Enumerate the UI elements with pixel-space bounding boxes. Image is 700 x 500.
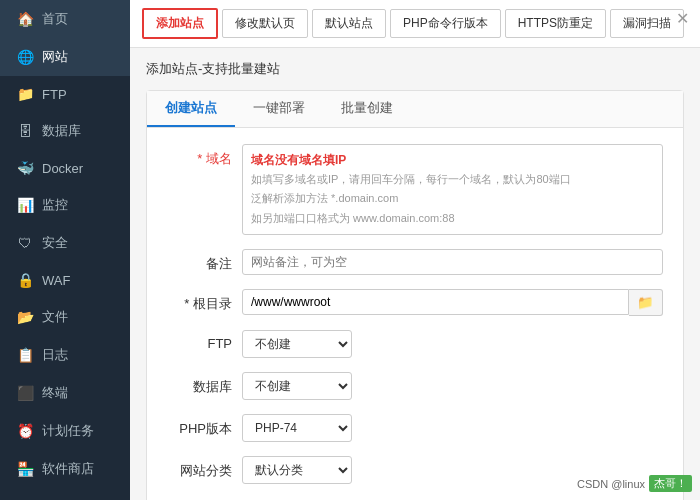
- files-icon: 📂: [16, 309, 34, 325]
- sidebar-item-files[interactable]: 📂文件: [0, 298, 130, 336]
- folder-browse-button[interactable]: 📁: [629, 289, 663, 316]
- php-label: PHP版本: [167, 414, 232, 438]
- sidebar-item-ftp[interactable]: 📁FTP: [0, 76, 130, 112]
- form-body: * 域名 域名没有域名填IP 如填写多域名或IP，请用回车分隔，每行一个域名，默…: [147, 128, 683, 500]
- waf-icon: 🔒: [16, 272, 34, 288]
- sidebar-label-store: 软件商店: [42, 460, 94, 478]
- topbar-btn-modify[interactable]: 修改默认页: [222, 9, 308, 38]
- terminal-icon: ⬛: [16, 385, 34, 401]
- store-icon: 🏪: [16, 461, 34, 477]
- ftp-label: FTP: [167, 330, 232, 351]
- category-select[interactable]: 默认分类: [242, 456, 352, 484]
- sidebar-label-waf: WAF: [42, 273, 70, 288]
- db-label: 数据库: [167, 372, 232, 396]
- content-area: 添加站点-支持批量建站 创建站点一键部署批量创建 * 域名 域名没有域名填IP …: [130, 48, 700, 500]
- sidebar-item-docker[interactable]: 🐳Docker: [0, 150, 130, 186]
- ftp-row: FTP 不创建 创建: [167, 330, 663, 358]
- sidebar-label-ftp: FTP: [42, 87, 67, 102]
- topbar-btn-https[interactable]: HTTPS防重定: [505, 9, 606, 38]
- sidebar-item-logs[interactable]: 📋日志: [0, 336, 130, 374]
- sidebar-item-database[interactable]: 🗄数据库: [0, 112, 130, 150]
- sidebar-label-terminal: 终端: [42, 384, 68, 402]
- main-content: 添加站点修改默认页默认站点PHP命令行版本HTTPS防重定漏洞扫描 添加站点-支…: [130, 0, 700, 500]
- root-input-wrapper: 📁: [242, 289, 663, 316]
- category-select-wrap: 默认分类: [242, 456, 352, 484]
- ftp-select-wrap: 不创建 创建: [242, 330, 352, 358]
- monitor-icon: 📊: [16, 197, 34, 213]
- sidebar-item-security[interactable]: 🛡安全: [0, 224, 130, 262]
- watermark-text: CSDN @linux: [577, 478, 645, 490]
- remark-input[interactable]: [242, 249, 663, 275]
- close-button[interactable]: ✕: [672, 8, 692, 28]
- inner-tab-create[interactable]: 创建站点: [147, 91, 235, 127]
- topbar-btn-php-cli[interactable]: PHP命令行版本: [390, 9, 501, 38]
- ftp-select[interactable]: 不创建 创建: [242, 330, 352, 358]
- php-select[interactable]: PHP-74 PHP-80 PHP-81 PHP-82 纯静态: [242, 414, 352, 442]
- category-label: 网站分类: [167, 456, 232, 480]
- sidebar-item-waf[interactable]: 🔒WAF: [0, 262, 130, 298]
- sidebar-item-home[interactable]: 🏠首页: [0, 0, 130, 38]
- sidebar-label-security: 安全: [42, 234, 68, 252]
- db-row: 数据库 不创建 MySQL SQLite: [167, 372, 663, 400]
- sidebar-label-logs: 日志: [42, 346, 68, 364]
- docker-icon: 🐳: [16, 160, 34, 176]
- root-label: * 根目录: [167, 289, 232, 313]
- domain-hint1: 如填写多域名或IP，请用回车分隔，每行一个域名，默认为80端口: [251, 173, 571, 185]
- domain-hint2: 泛解析添加方法 *.domain.com: [251, 192, 398, 204]
- domain-highlight-text: 域名没有域名填IP: [251, 153, 346, 167]
- sidebar-label-cron: 计划任务: [42, 422, 94, 440]
- inner-tabs: 创建站点一键部署批量创建: [147, 91, 683, 128]
- sidebar-item-monitor[interactable]: 📊监控: [0, 186, 130, 224]
- domain-input-area[interactable]: 域名没有域名填IP 如填写多域名或IP，请用回车分隔，每行一个域名，默认为80端…: [242, 144, 663, 235]
- home-icon: 🏠: [16, 11, 34, 27]
- ftp-icon: 📁: [16, 86, 34, 102]
- watermark: CSDN @linux 杰哥！: [577, 475, 692, 492]
- sidebar-item-store[interactable]: 🏪软件商店: [0, 450, 130, 488]
- sidebar-item-website[interactable]: 🌐网站: [0, 38, 130, 76]
- inner-tab-batch[interactable]: 批量创建: [323, 91, 411, 127]
- sidebar-label-files: 文件: [42, 308, 68, 326]
- domain-hint3: 如另加端口口格式为 www.domain.com:88: [251, 212, 455, 224]
- database-icon: 🗄: [16, 123, 34, 139]
- logs-icon: 📋: [16, 347, 34, 363]
- sidebar-label-home: 首页: [42, 10, 68, 28]
- db-select[interactable]: 不创建 MySQL SQLite: [242, 372, 352, 400]
- topbar: 添加站点修改默认页默认站点PHP命令行版本HTTPS防重定漏洞扫描: [130, 0, 700, 48]
- sidebar-item-terminal[interactable]: ⬛终端: [0, 374, 130, 412]
- sidebar-label-monitor: 监控: [42, 196, 68, 214]
- root-row: * 根目录 📁: [167, 289, 663, 316]
- sidebar-label-database: 数据库: [42, 122, 81, 140]
- sidebar-item-cron[interactable]: ⏰计划任务: [0, 412, 130, 450]
- sidebar-label-website: 网站: [42, 48, 68, 66]
- watermark-badge: 杰哥！: [649, 475, 692, 492]
- php-select-wrap: PHP-74 PHP-80 PHP-81 PHP-82 纯静态: [242, 414, 352, 442]
- root-input[interactable]: [242, 289, 629, 315]
- topbar-btn-add[interactable]: 添加站点: [142, 8, 218, 39]
- website-icon: 🌐: [16, 49, 34, 65]
- sidebar-label-docker: Docker: [42, 161, 83, 176]
- sidebar-item-panel[interactable]: ⚙面板设置: [0, 488, 130, 500]
- inner-tab-one-click[interactable]: 一键部署: [235, 91, 323, 127]
- domain-row: * 域名 域名没有域名填IP 如填写多域名或IP，请用回车分隔，每行一个域名，默…: [167, 144, 663, 235]
- remark-row: 备注: [167, 249, 663, 275]
- security-icon: 🛡: [16, 235, 34, 251]
- page-title: 添加站点-支持批量建站: [146, 60, 684, 78]
- topbar-btn-default-site[interactable]: 默认站点: [312, 9, 386, 38]
- add-site-card: 创建站点一键部署批量创建 * 域名 域名没有域名填IP 如填写多域名或IP，请用…: [146, 90, 684, 500]
- cron-icon: ⏰: [16, 423, 34, 439]
- php-row: PHP版本 PHP-74 PHP-80 PHP-81 PHP-82 纯静态: [167, 414, 663, 442]
- remark-label: 备注: [167, 249, 232, 273]
- db-select-wrap: 不创建 MySQL SQLite: [242, 372, 352, 400]
- domain-label: * 域名: [167, 144, 232, 168]
- sidebar: 🏠首页🌐网站📁FTP🗄数据库🐳Docker📊监控🛡安全🔒WAF📂文件📋日志⬛终端…: [0, 0, 130, 500]
